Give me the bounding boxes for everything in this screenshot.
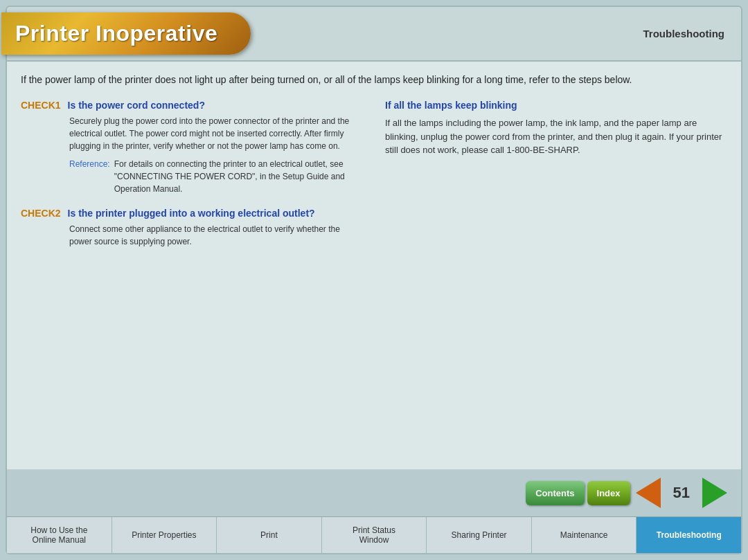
- check2-question: Is the printer plugged into a working el…: [68, 208, 315, 219]
- if-all-heading: If all the lamps keep blinking: [385, 100, 727, 111]
- intro-text: If the power lamp of the printer does no…: [21, 73, 727, 87]
- prev-page-button[interactable]: [633, 475, 664, 511]
- check1-label: CHECK1: [21, 100, 61, 111]
- header-title-block: Printer Inoperative: [7, 12, 251, 55]
- check2-label: CHECK2: [21, 208, 61, 219]
- tab-troubleshooting[interactable]: Troubleshooting: [636, 517, 741, 553]
- check1-question: Is the power cord connected?: [68, 100, 205, 111]
- check2-body: Connect some other appliance to the elec…: [69, 223, 363, 248]
- tab-print[interactable]: Print: [217, 517, 322, 553]
- tab-printer-properties[interactable]: Printer Properties: [112, 517, 217, 553]
- index-button[interactable]: Index: [587, 481, 630, 505]
- if-all-body: If all the lamps including the power lam…: [385, 116, 727, 157]
- check1-block: CHECK1 Is the power cord connected? Secu…: [21, 100, 363, 195]
- check2-block: CHECK2 Is the printer plugged into a wor…: [21, 208, 363, 248]
- tab-print-status-window[interactable]: Print StatusWindow: [322, 517, 427, 553]
- reference-text: For details on connecting the printer to…: [114, 158, 363, 195]
- two-column-layout: CHECK1 Is the power cord connected? Secu…: [21, 100, 727, 260]
- header: Printer Inoperative Troubleshooting: [6, 6, 742, 62]
- check1-heading: CHECK1 Is the power cord connected?: [21, 100, 363, 111]
- tab-sharing-printer[interactable]: Sharing Printer: [427, 517, 532, 553]
- prev-arrow-icon: [636, 478, 661, 508]
- next-arrow-icon: [702, 478, 727, 508]
- check2-heading: CHECK2 Is the printer plugged into a wor…: [21, 208, 363, 219]
- right-column: If all the lamps keep blinking If all th…: [385, 100, 727, 260]
- nav-controls-row: Contents Index 51: [7, 469, 741, 516]
- header-title-bg: Printer Inoperative: [1, 12, 251, 55]
- reference-label: Reference:: [69, 158, 110, 195]
- content-area: If the power lamp of the printer does no…: [6, 62, 742, 469]
- tab-row: How to Use theOnline Manual Printer Prop…: [7, 516, 741, 553]
- contents-button[interactable]: Contents: [526, 481, 584, 505]
- check1-body: Securely plug the power cord into the po…: [69, 115, 363, 152]
- page-title: Printer Inoperative: [15, 21, 217, 46]
- bottom-navigation: Contents Index 51 How to Use theOnline M…: [6, 469, 742, 554]
- page-number: 51: [666, 484, 697, 502]
- left-column: CHECK1 Is the power cord connected? Secu…: [21, 100, 363, 260]
- tab-how-to-use[interactable]: How to Use theOnline Manual: [7, 517, 112, 553]
- header-category: Troubleshooting: [643, 28, 731, 39]
- check1-reference: Reference: For details on connecting the…: [69, 158, 363, 195]
- next-page-button[interactable]: [700, 475, 730, 511]
- tab-maintenance[interactable]: Maintenance: [532, 517, 637, 553]
- page-wrapper: Printer Inoperative Troubleshooting If t…: [0, 0, 748, 560]
